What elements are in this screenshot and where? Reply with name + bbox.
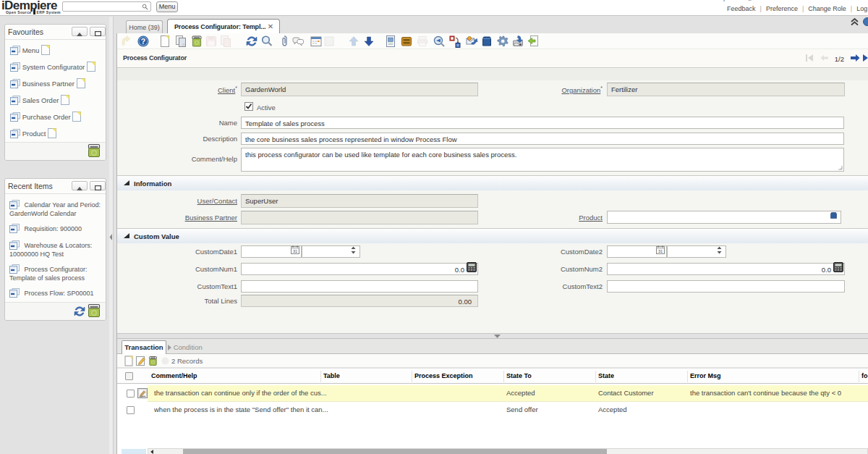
svg-text:31: 31 (293, 249, 297, 253)
svg-text:?: ? (141, 37, 145, 46)
svg-text:31: 31 (658, 249, 663, 253)
